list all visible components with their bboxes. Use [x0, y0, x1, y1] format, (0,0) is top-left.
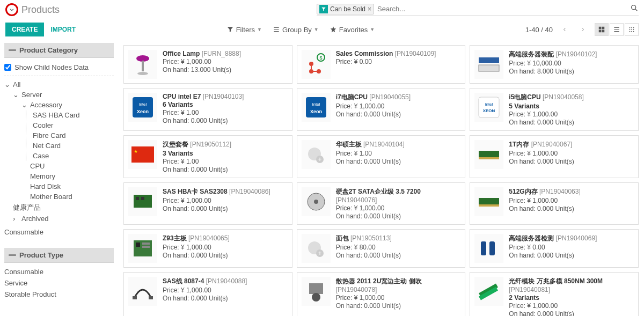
svg-point-8: [633, 27, 634, 28]
product-card[interactable]: 散热器 2011 2U宽边主动 侧吹 [PN19040078]Price: ¥ …: [297, 272, 466, 316]
product-type-item[interactable]: Storable Product: [4, 289, 114, 300]
card-thumb: [302, 234, 331, 263]
product-card[interactable]: SAS HBA卡 SAS2308 [PN19040086]Price: ¥ 1,…: [123, 182, 292, 225]
card-onhand: On hand: 0.000 Unit(s): [509, 310, 634, 316]
card-price: Price: ¥ 1,000.00: [509, 150, 634, 157]
card-price: Price: ¥ 1.00: [336, 150, 461, 157]
card-onhand: On hand: 0.000 Unit(s): [163, 252, 288, 259]
collapse-icon[interactable]: [9, 49, 16, 51]
breadcrumb-toggle[interactable]: [5, 3, 18, 16]
tree-node[interactable]: Mother Board: [4, 192, 114, 202]
card-title: Office Lamp [FURN_8888]: [163, 50, 288, 57]
card-title: i5电脑CPU [PN19040058]: [509, 93, 634, 102]
collapse-icon[interactable]: [9, 254, 16, 256]
card-title: 散热器 2011 2U宽边主动 侧吹 [PN19040078]: [336, 277, 461, 293]
product-card[interactable]: 光纤模块 万兆多模 850NM 300M [PN19040081]2 Varia…: [470, 272, 639, 316]
product-type-item[interactable]: Service: [4, 277, 114, 289]
product-card[interactable]: 华硕主板 [PN19040104]Price: ¥ 1.00On hand: 0…: [297, 135, 466, 178]
card-thumb: [128, 187, 157, 216]
product-card[interactable]: i5电脑CPU [PN19040058]5 VariantsPrice: ¥ 1…: [470, 88, 639, 131]
card-price: Price: ¥ 0.00: [336, 58, 461, 65]
svg-point-14: [633, 31, 634, 32]
card-onhand: On hand: 0.000 Unit(s): [163, 166, 288, 173]
tree-archived[interactable]: ›Archived: [4, 214, 114, 224]
favorites-dropdown[interactable]: Favorites▼: [330, 26, 375, 34]
product-card[interactable]: i7电脑CPU [PN19040055]Price: ¥ 1,000.00On …: [297, 88, 466, 131]
product-card[interactable]: CPU intel E7 [PN19040103]6 VariantsPrice…: [123, 88, 292, 131]
card-title: 高端服务器检测 [PN19040069]: [509, 234, 634, 243]
svg-point-13: [631, 31, 632, 32]
tree-leaf[interactable]: Net Card: [26, 141, 114, 151]
kanban-icon: [598, 26, 605, 33]
tree-all[interactable]: ⌄All: [4, 79, 114, 90]
tree-node[interactable]: CPU: [4, 161, 114, 171]
product-card[interactable]: 1T内存 [PN19040067]Price: ¥ 1,000.00On han…: [470, 135, 639, 178]
card-title: CPU intel E7 [PN19040103]: [163, 93, 288, 100]
groupby-dropdown[interactable]: Group By▼: [273, 26, 319, 34]
funnel-icon: [226, 26, 234, 33]
svg-point-10: [631, 29, 632, 30]
product-card[interactable]: Sales Commission [PN19040109]Price: ¥ 0.…: [297, 45, 466, 84]
card-onhand: On hand: 13.000 Unit(s): [163, 66, 288, 74]
show-children-checkbox[interactable]: Show Child Nodes Data: [4, 61, 114, 76]
search-icon[interactable]: [630, 4, 639, 14]
product-card[interactable]: Z93主板 [PN19040065]Price: ¥ 1,000.00On ha…: [123, 229, 292, 268]
card-title: SAS线 8087-4 [PN19040088]: [163, 277, 288, 286]
page-title: Products: [21, 4, 60, 16]
product-card[interactable]: 面包 [PN19050113]Price: ¥ 80.00On hand: 0.…: [297, 229, 466, 268]
card-price: Price: ¥ 1,000.00: [336, 294, 461, 302]
pager-next[interactable]: [576, 23, 589, 36]
card-thumb: [474, 140, 503, 169]
card-thumb: [474, 277, 503, 306]
svg-rect-2: [599, 27, 602, 30]
tree-node[interactable]: 健康产品: [4, 202, 114, 214]
view-grid[interactable]: [625, 23, 639, 36]
card-thumb: [474, 187, 503, 216]
card-title: 汉堡套餐 [PN19050112]: [163, 140, 288, 149]
tree-node[interactable]: Memory: [4, 171, 114, 181]
product-card[interactable]: 高端服务器装配 [PN19040102]Price: ¥ 10,000.00On…: [470, 45, 639, 84]
card-onhand: On hand: 0.000 Unit(s): [509, 205, 634, 212]
pager-prev[interactable]: [558, 23, 571, 36]
product-card[interactable]: 512G内存 [PN19040063]Price: ¥ 1,000.00On h…: [470, 182, 639, 225]
view-list[interactable]: [610, 23, 624, 36]
product-card[interactable]: 硬盘2T SATA企业级 3.5 7200 [PN19040076]Price:…: [297, 182, 466, 225]
search-input[interactable]: [377, 5, 626, 13]
card-price: Price: ¥ 1.00: [163, 158, 288, 165]
product-card[interactable]: Office Lamp [FURN_8888]Price: ¥ 1,000.00…: [123, 45, 292, 84]
caret-down-icon: ▼: [257, 27, 262, 32]
card-title: Z93主板 [PN19040065]: [163, 234, 288, 243]
card-onhand: On hand: 0.000 Unit(s): [509, 252, 634, 259]
card-price: Price: ¥ 80.00: [336, 244, 461, 251]
tree-leaf[interactable]: Fibre Card: [26, 130, 114, 141]
sidebar-category-header: Product Category: [4, 43, 114, 58]
product-type-item[interactable]: Consumable: [4, 266, 114, 277]
tree-leaf[interactable]: Cooler: [26, 120, 114, 130]
card-thumb: [128, 234, 157, 263]
product-card[interactable]: SAS线 8087-4 [PN19040088]Price: ¥ 1,000.0…: [123, 272, 292, 316]
tree-accessory[interactable]: ⌄Accessory: [4, 100, 114, 110]
tree-leaf[interactable]: Case: [26, 151, 114, 161]
product-card[interactable]: 汉堡套餐 [PN19050112]3 VariantsPrice: ¥ 1.00…: [123, 135, 292, 178]
filter-tag-label: Can be Sold: [330, 5, 365, 13]
view-kanban[interactable]: [595, 23, 609, 36]
tree-server[interactable]: ⌄Server: [4, 90, 114, 100]
svg-point-6: [630, 27, 631, 28]
import-button[interactable]: IMPORT: [50, 26, 76, 33]
active-filter-tag[interactable]: Can be Sold ×: [317, 4, 374, 14]
sidebar-type-header: Product Type: [4, 248, 114, 263]
product-card[interactable]: 高端服务器检测 [PN19040069]Price: ¥ 0.00On hand…: [470, 229, 639, 268]
filters-dropdown[interactable]: Filters▼: [226, 26, 262, 34]
search-bar[interactable]: Can be Sold ×: [317, 4, 639, 16]
remove-filter-icon[interactable]: ×: [368, 5, 371, 13]
card-thumb: [302, 50, 331, 79]
card-thumb: [128, 93, 157, 122]
card-title: i7电脑CPU [PN19040055]: [336, 93, 461, 102]
tree-leaf[interactable]: SAS HBA Card: [26, 110, 114, 120]
tree-node[interactable]: Hard Disk: [4, 181, 114, 192]
card-thumb: [474, 234, 503, 263]
svg-rect-4: [599, 30, 602, 33]
card-price: Price: ¥ 1,000.00: [163, 197, 288, 204]
tree-consumable[interactable]: Consumable: [4, 227, 114, 237]
create-button[interactable]: CREATE: [5, 23, 44, 36]
